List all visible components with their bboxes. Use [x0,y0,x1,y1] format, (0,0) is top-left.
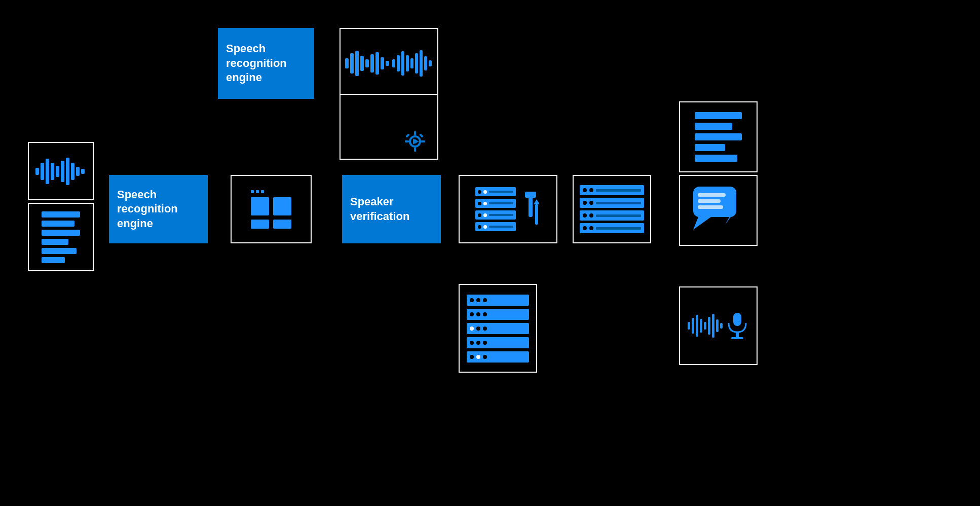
audio-waveform-top-icon [345,48,433,79]
svg-rect-14 [415,53,418,74]
speech-mic-card [679,286,758,365]
server-bottom-card [459,284,537,373]
document-right-top-icon [688,105,749,169]
training-data-label: Training data pre-processing [347,101,423,123]
server-tools-card [459,175,557,243]
svg-rect-0 [345,58,349,68]
chat-bubble-card [679,175,758,246]
svg-rect-24 [405,133,409,137]
svg-rect-52 [708,317,710,335]
speech-recognition-engine-top-card: Speech recognition engine [218,28,314,99]
svg-rect-2 [355,51,359,76]
training-data-card: Training data pre-processing [340,94,438,160]
svg-rect-6 [375,52,379,75]
svg-rect-48 [692,318,694,334]
svg-rect-43 [698,193,726,197]
server-tools-icon [470,182,546,236]
svg-rect-47 [688,322,690,330]
svg-rect-23 [421,140,425,142]
svg-rect-3 [360,56,364,71]
svg-rect-32 [61,161,64,182]
speech-engine-mid-label: Speech recognition engine [109,183,208,236]
audio-waveform-top-card [340,28,438,99]
svg-rect-7 [381,57,384,69]
speech-recognition-engine-mid-card: Speech recognition engine [109,175,208,243]
audio-waveform-left-icon [35,154,86,189]
speaker-verification-card: Speaker verification [342,175,441,243]
svg-rect-58 [731,337,743,339]
svg-rect-1 [350,53,354,74]
document-left-card [28,203,94,271]
svg-rect-44 [698,199,721,203]
svg-rect-56 [733,313,741,326]
svg-rect-22 [405,140,409,142]
audio-waveform-left-card [28,142,94,200]
chat-bubble-icon [691,184,746,237]
svg-rect-4 [365,59,369,67]
svg-rect-9 [392,59,395,67]
svg-marker-26 [413,138,419,144]
svg-rect-25 [419,133,423,137]
svg-rect-38 [525,192,536,198]
svg-rect-27 [35,168,39,175]
svg-rect-35 [76,167,80,176]
svg-rect-16 [424,56,427,70]
svg-rect-30 [51,163,54,180]
speech-mic-icon [683,307,754,345]
tools-icon [521,189,541,230]
svg-rect-29 [46,159,49,184]
svg-rect-34 [71,163,74,180]
svg-rect-39 [535,204,538,225]
speaker-verification-label: Speaker verification [342,190,441,229]
svg-rect-11 [401,51,404,76]
svg-rect-51 [704,322,706,330]
app-windows-icon [244,183,298,236]
svg-rect-55 [720,323,723,329]
svg-rect-5 [370,54,374,73]
svg-rect-54 [716,319,719,332]
server-bottom-icon [460,287,536,370]
document-left-icon [35,205,87,269]
svg-rect-57 [736,332,739,337]
document-right-top-card [679,101,758,172]
svg-rect-13 [410,58,413,68]
svg-rect-10 [397,55,400,71]
svg-rect-20 [414,131,416,135]
svg-rect-50 [700,319,702,333]
svg-rect-8 [386,61,389,66]
svg-rect-12 [406,55,409,71]
svg-rect-45 [698,205,723,209]
svg-rect-15 [420,50,423,77]
svg-rect-31 [56,166,59,177]
svg-rect-53 [712,314,714,338]
speech-engine-top-label: Speech recognition engine [218,37,314,90]
svg-marker-40 [534,199,540,204]
server-plain-card [573,175,651,243]
svg-rect-33 [66,158,69,185]
svg-rect-49 [696,315,698,337]
svg-rect-21 [414,148,416,152]
app-windows-card [231,175,312,243]
svg-rect-36 [81,169,85,174]
svg-marker-42 [693,217,711,230]
svg-rect-28 [41,163,44,180]
server-plain-icon [574,179,650,239]
svg-rect-17 [429,60,432,66]
gear-icon [404,130,426,153]
